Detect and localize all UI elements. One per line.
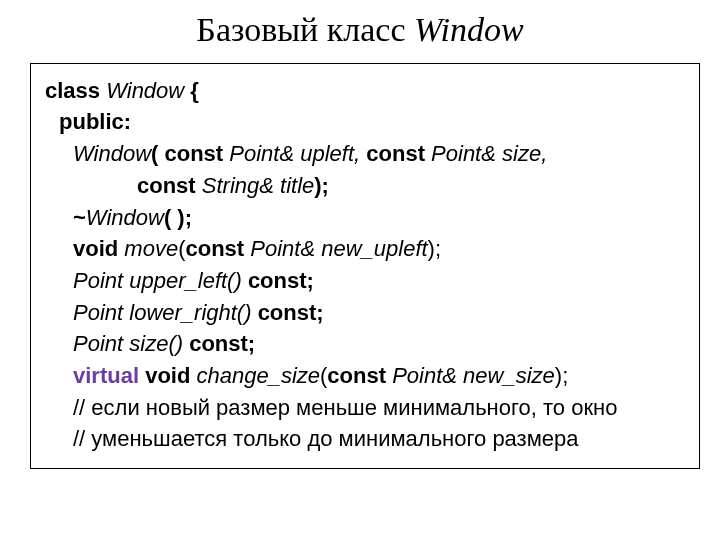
kw-const: const; [183, 331, 255, 356]
code-line: Point upper_left() const; [45, 266, 685, 296]
code-line: void move(const Point& new_upleft); [45, 234, 685, 264]
fn-upper-left: Point upper_left() [73, 268, 242, 293]
dtor-name: Window [86, 205, 164, 230]
kw-class: class [45, 78, 106, 103]
text: ); [428, 236, 441, 261]
text: ); [314, 173, 329, 198]
param: Point& size, [431, 141, 547, 166]
code-line: ~Window( ); [45, 203, 685, 233]
comment-line: // уменьшается только до минимального ра… [45, 424, 685, 454]
text: const [137, 173, 202, 198]
kw-const: const [327, 363, 392, 388]
code-line: virtual void change_size(const Point& ne… [45, 361, 685, 391]
text: ); [555, 363, 568, 388]
fn-size: Point size() [73, 331, 183, 356]
code-box: class Window { public: Window( const Poi… [30, 63, 700, 469]
code-line: class Window { [45, 76, 685, 106]
code-line: Window( const Point& upleft, const Point… [45, 139, 685, 169]
text: const [360, 141, 431, 166]
param: String& title [202, 173, 315, 198]
code-line: Point lower_right() const; [45, 298, 685, 328]
kw-public: public: [59, 109, 131, 134]
kw-virtual: virtual [73, 363, 139, 388]
code-line: public: [45, 107, 685, 137]
fn-move: move [124, 236, 178, 261]
title-plain: Базовый класс [196, 11, 414, 48]
type-window: Window [106, 78, 184, 103]
slide: Базовый класс Window class Window { publ… [0, 0, 720, 540]
param: Point& upleft, [229, 141, 360, 166]
tilde: ~ [73, 205, 86, 230]
text: ( const [151, 141, 229, 166]
kw-const: const [185, 236, 250, 261]
ctor-name: Window [73, 141, 151, 166]
comment-line: // если новый размер меньше минимального… [45, 393, 685, 423]
text: ( ); [164, 205, 192, 230]
kw-void: void [139, 363, 196, 388]
code-line: const String& title); [45, 171, 685, 201]
fn-lower-right: Point lower_right() [73, 300, 252, 325]
fn-change-size: change_size [196, 363, 320, 388]
title-italic: Window [414, 11, 524, 48]
kw-void: void [73, 236, 124, 261]
param: Point& new_upleft [250, 236, 427, 261]
brace-open: { [184, 78, 199, 103]
kw-const: const; [252, 300, 324, 325]
code-line: Point size() const; [45, 329, 685, 359]
param: Point& new_size [392, 363, 555, 388]
slide-title: Базовый класс Window [0, 0, 720, 57]
kw-const: const; [242, 268, 314, 293]
